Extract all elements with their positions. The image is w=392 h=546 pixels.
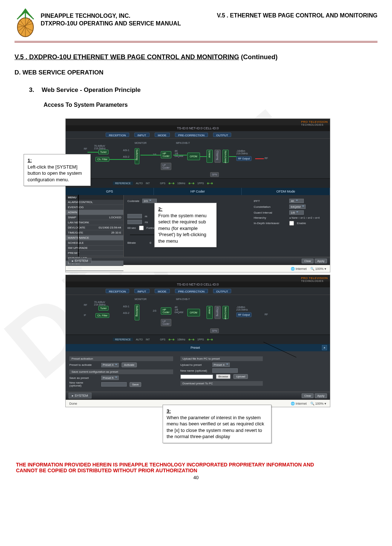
chfilter-block-2[interactable]: Ch. Filter — [95, 313, 109, 318]
menu-lan[interactable]: LAN NETWORK — [66, 220, 123, 225]
indepth-checkbox[interactable] — [289, 221, 294, 226]
company-name: PINEAPPLE TECHNOLOGY, INC. — [41, 12, 181, 20]
ref-gps: GPS — [160, 182, 166, 185]
preset-close-button[interactable]: × — [322, 345, 327, 350]
ns-field[interactable] — [127, 220, 142, 224]
panel-ofdm: IFFT4K Constellation64QAM Guard Interval… — [250, 195, 330, 257]
switching-block[interactable]: Switching — [135, 148, 139, 164]
menu-title: MENU — [66, 195, 123, 200]
system-button[interactable]: ▸ SYSTEM — [69, 258, 91, 264]
preset-panel: Preset activation Preset to activate Pre… — [66, 351, 330, 392]
preset-activate-select[interactable]: Preset 4 — [101, 363, 119, 367]
tuner-block[interactable]: Tuner — [98, 150, 109, 154]
save-button[interactable]: Save — [130, 382, 141, 387]
linear-block[interactable]: Linear — [207, 150, 213, 163]
param-headers: GPS HP Coder OFDM Mode — [66, 188, 330, 195]
out-info-label: -10dBm219.5MHz — [236, 150, 248, 155]
manual-title: DTXPRO-10U OPERATING AND SERVICE MANUAL — [41, 20, 181, 28]
menu-snmp[interactable]: SNMPLOCKED — [66, 215, 123, 220]
screenshot-2: PRO TELEVISIONTECHNOLOGIES TS-ID:0 NET-I… — [65, 275, 330, 407]
preset-upname-input[interactable] — [212, 368, 238, 373]
reference-bar: REFERENCE AUTO INT GPS ⊕─⊕ 10MHz ⊕─⊕ 1PP… — [66, 178, 330, 188]
mode-info-label: 4K1/864QAM — [175, 150, 183, 157]
ie-zoom-2[interactable]: 100% — [315, 402, 323, 405]
menu-eventlog[interactable]: EVENTLOG — [66, 205, 123, 210]
menu-admin[interactable]: ADMIN — [66, 210, 123, 215]
callout-3: 3: When the parameter of interest in the… — [163, 405, 271, 443]
ref-10mhz: 10MHz — [177, 182, 185, 185]
chfilter-block[interactable]: Ch. Filter — [95, 157, 109, 162]
constellation-select[interactable]: 64QAM — [289, 205, 306, 209]
callout-1-num: 1: — [28, 157, 87, 164]
preset-title-bar: Preset × — [66, 344, 330, 351]
menu-devlocate[interactable]: DEVLOCATE01/1900 23:59:44 — [66, 225, 123, 230]
section-title-continued: (Continued) — [241, 53, 278, 61]
ofdm-block-2[interactable]: OFDM — [187, 309, 200, 316]
ifft-select[interactable]: 4K — [289, 199, 304, 203]
globe-icon: 🌐 — [291, 267, 295, 271]
apply-button[interactable]: Apply — [315, 259, 327, 263]
menu-maintenance[interactable]: MAINTENANCE — [66, 235, 123, 240]
hdr-gps[interactable]: GPS — [66, 188, 154, 195]
guard-select[interactable]: 1/8 — [289, 210, 304, 215]
asi1-label: ASI-1 — [123, 149, 130, 151]
browse-button[interactable]: Browse — [216, 374, 231, 379]
ref-auto: AUTO — [136, 182, 143, 185]
section-title-main: V.5 . DXDPRO-10U ETHERNET WEB PAGE CONTR… — [15, 53, 239, 61]
rfout-block-2[interactable]: RF Output — [236, 312, 252, 317]
preset-save-header: Save current configuration as preset — [69, 369, 173, 374]
hpcoder-block[interactable]: HPCoder — [161, 151, 171, 158]
tab-output[interactable]: OUTPUT — [213, 133, 232, 137]
tab-precorrection-2[interactable]: PRE-CORRECTION — [175, 289, 208, 293]
tuner-block-2[interactable]: Tuner — [98, 306, 109, 311]
linear-block-2[interactable]: Linear — [207, 306, 213, 319]
hierarchy-radios[interactable]: ● None ○ α=1 ○ α=2 ○ α=4 — [289, 217, 319, 219]
m-field[interactable] — [127, 214, 142, 218]
preset-newname-input[interactable] — [101, 382, 127, 387]
apply-button-2[interactable]: Apply — [315, 393, 327, 398]
hpcoder-block-2[interactable]: HPCoder — [161, 307, 171, 315]
clear-button-2[interactable]: Clear — [302, 393, 314, 398]
callout-2-leader — [130, 235, 155, 235]
callout-2-num: 2: — [158, 206, 213, 213]
tab-input[interactable]: INPUT — [134, 133, 150, 137]
tab-mode[interactable]: MODE — [155, 133, 170, 137]
clear-button[interactable]: Clear — [302, 259, 314, 263]
preset-file-input[interactable] — [180, 375, 213, 379]
menu-alarm-control[interactable]: ALARM CONTROL — [66, 200, 123, 205]
id-bar: TS-ID:0 NET-ID:0 CELL-ID:0 — [66, 125, 330, 131]
menu-schedule[interactable]: SCHEDULE — [66, 240, 123, 246]
rfout-block[interactable]: RF Output — [236, 156, 252, 161]
tab-precorrection[interactable]: PRE-CORRECTION — [175, 133, 208, 137]
nonlinear-block-2[interactable]: Non-Linear — [222, 306, 229, 319]
subsection-d: D. WEB SERVICE OPERATION — [15, 69, 377, 76]
menu-preset[interactable]: PRESET — [66, 251, 123, 256]
tab-reception[interactable]: RECEPTION — [106, 133, 129, 137]
hdr-ofdm[interactable]: OFDM Mode — [242, 188, 330, 195]
hdr-hpcoder[interactable]: HP Coder — [154, 188, 242, 195]
brand-logo: PRO TELEVISIONTECHNOLOGIES — [301, 120, 328, 126]
callout-2-text: From the system menu select the required… — [158, 213, 213, 244]
clipping-block: Clipping — [215, 150, 221, 163]
menu-swupgrade[interactable]: SW UPGRADE — [66, 246, 123, 251]
preset-upload-select[interactable]: Preset 4 — [212, 363, 230, 367]
nonlinear-block[interactable]: Non-Linear — [222, 150, 229, 163]
preset-download-header: Download preset To PC — [180, 381, 263, 386]
tab-output-2[interactable]: OUTPUT — [213, 289, 232, 293]
menu-restore[interactable]: RESTORE — [66, 266, 123, 271]
ofdm-block[interactable]: OFDM — [187, 153, 200, 160]
forever-checkbox[interactable] — [139, 226, 144, 230]
preset-save-select[interactable]: Preset 5 — [101, 376, 119, 380]
system-button-2[interactable]: ▸ SYSTEM — [69, 393, 91, 399]
tab-reception-2[interactable]: RECEPTION — [106, 289, 129, 293]
monitor-label: MONITOR — [135, 142, 147, 144]
activate-button[interactable]: Activate — [122, 363, 137, 367]
tab-mode-2[interactable]: MODE — [155, 289, 170, 293]
ie-zoom[interactable]: 100% — [315, 267, 323, 271]
menu-timedate[interactable]: TIME/DATE25 33 E — [66, 230, 123, 235]
switching-block-2[interactable]: Switching — [135, 304, 139, 320]
upload-button[interactable]: Upload — [233, 374, 248, 379]
tab-input-2[interactable]: INPUT — [134, 289, 150, 293]
id-bar-2: TS-ID:0 NET-ID:0 CELL-ID:0 — [66, 282, 330, 287]
globe-icon-2: 🌐 — [291, 402, 295, 405]
